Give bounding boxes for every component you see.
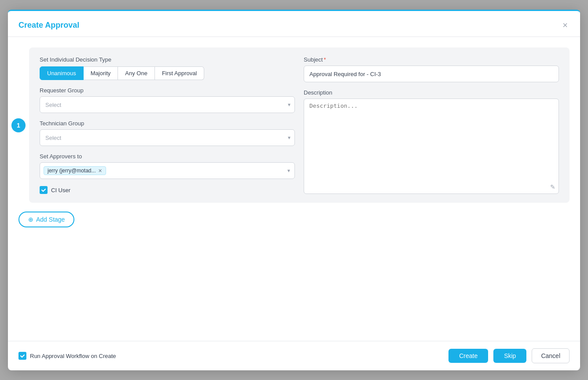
add-stage-plus-icon: ⊕ bbox=[28, 216, 33, 223]
tab-any-one[interactable]: Any One bbox=[118, 66, 155, 80]
tab-first-approval[interactable]: First Approval bbox=[155, 66, 204, 80]
skip-button[interactable]: Skip bbox=[493, 349, 526, 363]
ci-user-checkbox[interactable] bbox=[40, 186, 48, 194]
subject-input[interactable] bbox=[304, 66, 559, 82]
requester-group-section: Requester Group Select ▾ bbox=[40, 87, 295, 113]
create-approval-modal: Create Approval × 1 Set Individual Decis… bbox=[8, 10, 580, 370]
approvers-chevron: ▾ bbox=[287, 168, 290, 174]
edit-icon: ✎ bbox=[550, 183, 555, 190]
cancel-button[interactable]: Cancel bbox=[532, 348, 570, 363]
description-section: Description ✎ bbox=[304, 89, 559, 194]
ci-user-label: CI User bbox=[51, 187, 70, 194]
technician-group-select[interactable]: Select bbox=[40, 129, 295, 146]
add-stage-button[interactable]: ⊕ Add Stage bbox=[18, 212, 74, 227]
subject-required-star: * bbox=[323, 56, 326, 63]
approvers-section: Set Approvers to jerry (jerry@motad... ×… bbox=[40, 153, 295, 179]
stage-number: 1 bbox=[11, 118, 26, 132]
footer-left: Run Approval Workflow on Create bbox=[18, 352, 116, 360]
run-workflow-checkbox[interactable] bbox=[18, 352, 26, 360]
decision-type-label: Set Individual Decision Type bbox=[40, 56, 295, 63]
requester-group-wrapper: Select ▾ bbox=[40, 96, 295, 113]
description-textarea[interactable] bbox=[304, 99, 559, 194]
stage-wrapper: 1 Set Individual Decision Type Unanimous… bbox=[18, 48, 570, 203]
checkmark-icon bbox=[41, 187, 46, 193]
technician-group-section: Technician Group Select ▾ bbox=[40, 120, 295, 146]
decision-type-section: Set Individual Decision Type Unanimous M… bbox=[40, 56, 295, 80]
ci-user-row: CI User bbox=[40, 186, 295, 194]
close-button[interactable]: × bbox=[561, 19, 570, 31]
modal-title: Create Approval bbox=[18, 21, 79, 30]
approver-tag-text: jerry (jerry@motad... bbox=[48, 168, 96, 174]
decision-type-tabs: Unanimous Majority Any One First Approva… bbox=[40, 66, 295, 80]
stage-left: Set Individual Decision Type Unanimous M… bbox=[40, 56, 295, 194]
create-button[interactable]: Create bbox=[448, 349, 488, 363]
modal-body: 1 Set Individual Decision Type Unanimous… bbox=[8, 37, 580, 341]
description-label: Description bbox=[304, 89, 559, 96]
technician-group-wrapper: Select ▾ bbox=[40, 129, 295, 146]
add-stage-label: Add Stage bbox=[36, 216, 65, 223]
requester-group-label: Requester Group bbox=[40, 87, 295, 94]
approver-tag-remove[interactable]: × bbox=[99, 168, 102, 174]
modal-header: Create Approval × bbox=[8, 11, 580, 37]
technician-group-label: Technician Group bbox=[40, 120, 295, 127]
stage-right: Subject* Description ✎ bbox=[304, 56, 559, 194]
approvers-field[interactable]: jerry (jerry@motad... × ▾ bbox=[40, 162, 295, 179]
subject-label: Subject* bbox=[304, 56, 559, 63]
stage-card: Set Individual Decision Type Unanimous M… bbox=[29, 48, 570, 203]
subject-section: Subject* bbox=[304, 56, 559, 82]
modal-footer: Run Approval Workflow on Create Create S… bbox=[8, 341, 580, 370]
requester-group-select[interactable]: Select bbox=[40, 96, 295, 113]
approver-tag: jerry (jerry@motad... × bbox=[44, 166, 106, 175]
run-workflow-checkmark-icon bbox=[20, 353, 25, 358]
tab-unanimous[interactable]: Unanimous bbox=[40, 66, 84, 80]
approvers-label: Set Approvers to bbox=[40, 153, 295, 160]
tab-majority[interactable]: Majority bbox=[84, 66, 118, 80]
run-workflow-label: Run Approval Workflow on Create bbox=[30, 353, 116, 359]
